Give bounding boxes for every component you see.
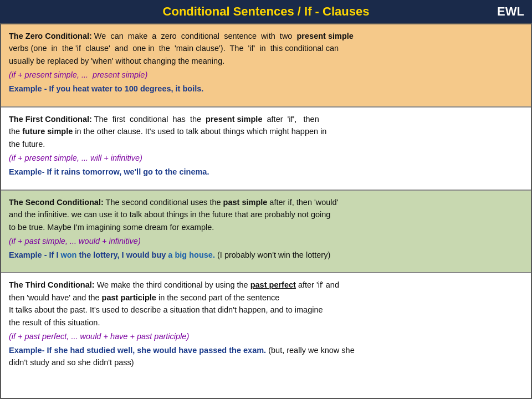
zero-title: The Zero Conditional: bbox=[9, 32, 92, 40]
first-body1: The first conditional has the bbox=[94, 115, 206, 124]
content-area: The Zero Conditional: We can make a zero… bbox=[0, 23, 532, 399]
second-example-pre: Example - If I bbox=[9, 250, 60, 259]
third-body1: We make the third conditional by using t… bbox=[97, 280, 250, 289]
page-title: Conditional Sentences / If - Clauses bbox=[163, 4, 370, 19]
second-past-simple: past simple bbox=[223, 198, 268, 207]
first-present-simple: present simple bbox=[206, 115, 262, 124]
zero-example: Example - If you heat water to 100 degre… bbox=[9, 83, 523, 95]
third-example-text: Example- If she had studied well, she wo… bbox=[9, 346, 266, 355]
zero-body2: verbs (one in the 'if clause' and one in… bbox=[9, 44, 339, 65]
second-house: a big house. bbox=[166, 250, 215, 259]
zero-body: We can make a zero conditional sentence … bbox=[94, 32, 297, 40]
third-title: The Third Conditional: bbox=[9, 280, 95, 289]
second-won: won bbox=[60, 250, 76, 259]
second-conditional-section: The Second Conditional: The second condi… bbox=[1, 191, 531, 274]
first-future-simple: future simple bbox=[22, 127, 73, 136]
third-conditional-section: The Third Conditional: We make the third… bbox=[1, 273, 531, 398]
first-formula: (if + present simple, ... will + infinit… bbox=[9, 152, 523, 164]
third-body4: It talks about the past. It's used to de… bbox=[9, 305, 323, 326]
zero-conditional-section: The Zero Conditional: We can make a zero… bbox=[1, 24, 531, 108]
third-past-participle: past participle bbox=[102, 293, 156, 302]
third-formula: (if + past perfect, ... would + have + p… bbox=[9, 330, 523, 342]
first-example: Example- If it rains tomorrow, we'll go … bbox=[9, 166, 523, 178]
third-past-perfect: past perfect bbox=[250, 280, 296, 289]
third-body3: in the second part of the sentence bbox=[156, 293, 279, 302]
zero-present-simple: present simple bbox=[297, 32, 354, 40]
second-example: Example - If I won the lottery, I would … bbox=[9, 249, 523, 261]
second-parenthetical: (I probably won't win the lottery) bbox=[215, 250, 330, 259]
second-example-mid: the lottery, I bbox=[76, 250, 126, 259]
zero-formula: (if + present simple, ... present simple… bbox=[9, 69, 523, 81]
second-would-buy: would buy bbox=[126, 250, 166, 259]
second-formula: (if + past simple, ... would + infinitiv… bbox=[9, 235, 523, 247]
first-conditional-section: The First Conditional: The first conditi… bbox=[1, 108, 531, 191]
header: Conditional Sentences / If - Clauses EWL bbox=[0, 0, 532, 23]
second-title: The Second Conditional: bbox=[9, 198, 104, 207]
ewl-label: EWL bbox=[497, 4, 524, 19]
third-example: Example- If she had studied well, she wo… bbox=[9, 344, 523, 369]
second-body: The second conditional uses the bbox=[106, 198, 223, 207]
first-title: The First Conditional: bbox=[9, 115, 92, 124]
